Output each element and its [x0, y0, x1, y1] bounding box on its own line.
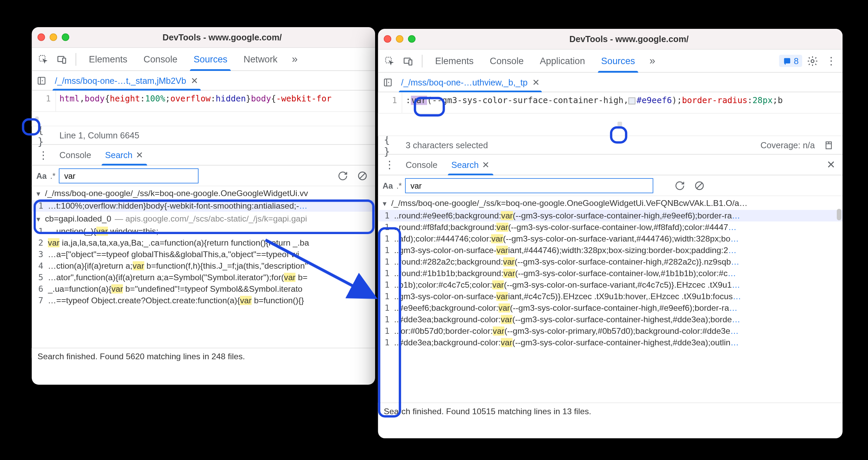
file-tab[interactable]: /_/mss/boq-one-…uthview,_b,_tp ✕	[395, 72, 546, 92]
more-tabs-icon[interactable]: »	[644, 53, 661, 69]
drawer-menu-icon[interactable]: ⋮	[35, 147, 52, 163]
scrollbar-thumb[interactable]	[837, 209, 842, 220]
drawer-menu-icon[interactable]: ⋮	[382, 157, 398, 173]
close-icon[interactable]: ✕	[136, 150, 143, 160]
pretty-print-icon[interactable]: { }	[384, 137, 400, 153]
device-toolbar-icon[interactable]	[400, 53, 416, 69]
result-line[interactable]: 1..round:#e9eef6;background:var(--gm3-sy…	[378, 210, 843, 222]
regex-toggle[interactable]: .*	[396, 181, 402, 190]
result-line[interactable]: 1..round:#f8fafd;background:var(--gm3-sy…	[378, 222, 843, 233]
code-minimap[interactable]	[32, 111, 375, 126]
svg-point-11	[811, 59, 814, 62]
inspect-icon[interactable]	[35, 51, 52, 67]
svg-line-18	[697, 183, 702, 188]
result-line[interactable]: 3…a=["object"==typeof globalThis&&global…	[32, 249, 375, 260]
tab-elements[interactable]: Elements	[82, 47, 134, 71]
code-editor[interactable]: 1 :var(--gm3-sys-color-surface-container…	[378, 92, 843, 113]
tab-console[interactable]: Console	[483, 49, 531, 72]
tab-application[interactable]: Application	[533, 49, 592, 72]
match-case-toggle[interactable]: Aa	[36, 171, 47, 180]
file-tab[interactable]: /_/mss/boq-one-…t,_stam,jMb2Vb ✕	[49, 71, 204, 90]
tab-sources[interactable]: Sources	[187, 47, 235, 71]
result-line[interactable]: 1..gm3-sys-color-on-surface-variant,#c4c…	[378, 291, 843, 302]
result-line[interactable]: 1..round:#282a2c;background:var(--gm3-sy…	[378, 256, 843, 268]
drawer-tab-search[interactable]: Search ✕	[445, 154, 495, 175]
result-line[interactable]: 1..b1b);color:#c4c7c5;color:var(--gm3-sy…	[378, 279, 843, 291]
code-editor[interactable]: 1 html,body{height:100%;overflow:hidden}…	[32, 91, 375, 111]
result-line[interactable]: 1..afd);color:#444746;color:var(--gm3-sy…	[378, 233, 843, 245]
result-line[interactable]: 5…ator",function(a){if(a)return a;a=Symb…	[32, 272, 375, 283]
close-icon[interactable]: ✕	[482, 159, 490, 170]
result-file-header[interactable]: ▼cb=gapi.loaded_0 — apis.google.com/_/sc…	[32, 212, 375, 226]
kebab-menu-icon[interactable]: ⋮	[823, 53, 839, 69]
navigator-toggle-icon[interactable]	[380, 74, 395, 90]
search-status-text: Search finished. Found 5620 matching lin…	[38, 351, 245, 361]
search-input[interactable]	[59, 168, 199, 183]
tab-elements[interactable]: Elements	[428, 49, 480, 72]
result-line[interactable]: 4…ction(a){if(a)return a;var b=function(…	[32, 260, 375, 272]
pretty-print-icon[interactable]: { }	[38, 127, 54, 143]
main-toolbar: Elements Console Sources Network »	[32, 48, 375, 71]
svg-rect-10	[784, 58, 790, 63]
maximize-window-icon[interactable]	[62, 34, 69, 41]
svg-rect-12	[384, 79, 391, 85]
refresh-icon[interactable]	[672, 177, 688, 194]
drawer-tab-search[interactable]: Search ✕	[99, 145, 149, 165]
settings-icon[interactable]	[805, 53, 821, 69]
regex-toggle[interactable]: .*	[50, 171, 56, 180]
more-tabs-icon[interactable]: »	[287, 51, 303, 67]
tab-console[interactable]: Console	[136, 47, 184, 71]
result-line[interactable]: 1…t:100%;overflow:hidden}body{-webkit-fo…	[32, 200, 375, 212]
close-window-icon[interactable]	[38, 34, 45, 41]
coverage-icon[interactable]	[820, 137, 837, 153]
result-line[interactable]: 1..#dde3ea;background-color:var(--gm3-sy…	[378, 337, 843, 348]
result-line[interactable]: 1..round:#1b1b1b;background:var(--gm3-sy…	[378, 268, 843, 279]
tab-network[interactable]: Network	[237, 47, 284, 71]
clear-icon[interactable]	[354, 168, 371, 184]
match-case-toggle[interactable]: Aa	[383, 181, 393, 190]
close-icon[interactable]: ✕	[532, 77, 540, 88]
titlebar: DevTools - www.google.com/	[378, 29, 843, 50]
minimize-window-icon[interactable]	[396, 35, 403, 43]
tab-sources[interactable]: Sources	[594, 49, 642, 72]
issues-count: 8	[794, 56, 799, 66]
traffic-lights	[384, 35, 416, 43]
search-results[interactable]: ▼/_/mss/boq-one-google/_/ss/k=boq-one-go…	[32, 186, 375, 348]
result-line[interactable]: 1..#dde3ea;background-color:var(--gm3-sy…	[378, 314, 843, 325]
search-input[interactable]	[405, 178, 653, 193]
refresh-icon[interactable]	[335, 168, 351, 184]
result-line[interactable]: 1..gm3-sys-color-on-surface-variant,#444…	[378, 245, 843, 256]
inspect-icon[interactable]	[382, 53, 398, 69]
selection-status: 3 characters selected	[406, 140, 488, 150]
close-window-icon[interactable]	[384, 35, 391, 43]
drawer-tabs: ⋮ Console Search ✕	[32, 145, 375, 166]
result-line[interactable]: 7…==typeof Object.create?Object.create:f…	[32, 295, 375, 306]
drawer-tab-console[interactable]: Console	[400, 154, 443, 175]
close-drawer-icon[interactable]: ✕	[823, 157, 839, 173]
code-line: :var(--gm3-sys-color-surface-container-h…	[402, 92, 843, 113]
close-icon[interactable]: ✕	[191, 75, 198, 86]
issues-badge[interactable]: 8	[779, 55, 802, 67]
maximize-window-icon[interactable]	[408, 35, 415, 43]
navigator-toggle-icon[interactable]	[34, 72, 49, 89]
search-status-text: Search finished. Found 10515 matching li…	[384, 406, 591, 416]
clear-icon[interactable]	[691, 177, 708, 194]
drawer-tab-console[interactable]: Console	[54, 145, 97, 165]
result-line[interactable]: 1..lor:#0b57d0;border-color:var(--gm3-sy…	[378, 325, 843, 337]
result-file-header[interactable]: ▼/_/mss/boq-one-google/_/ss/k=boq-one-go…	[32, 186, 375, 200]
drawer-tabs: ⋮ Console Search ✕ ✕	[378, 155, 843, 175]
window-title: DevTools - www.google.com/	[75, 32, 369, 42]
window-title: DevTools - www.google.com/	[421, 34, 837, 44]
result-line[interactable]: 2var ia,ja,la,sa,ta,xa,ya,Ba;_.ca=functi…	[32, 237, 375, 249]
minimize-window-icon[interactable]	[50, 34, 57, 41]
search-results[interactable]: ▼/_/mss/boq-one-google/_/ss/k=boq-one-go…	[378, 196, 843, 403]
result-line[interactable]: 1…unction(_){var window=this;	[32, 226, 375, 237]
code-minimap[interactable]	[378, 113, 843, 136]
result-file-header[interactable]: ▼/_/mss/boq-one-google/_/ss/k=boq-one-go…	[378, 196, 843, 210]
file-tab-row: /_/mss/boq-one-…uthview,_b,_tp ✕	[378, 73, 843, 92]
devtools-window-right: DevTools - www.google.com/ Elements Cons…	[378, 29, 843, 438]
device-toolbar-icon[interactable]	[54, 51, 70, 67]
result-line[interactable]: 6_.ua=function(a){var b="undefined"!=typ…	[32, 283, 375, 295]
titlebar: DevTools - www.google.com/	[32, 27, 375, 48]
result-line[interactable]: 1..#e9eef6;background-color:var(--gm3-sy…	[378, 302, 843, 314]
